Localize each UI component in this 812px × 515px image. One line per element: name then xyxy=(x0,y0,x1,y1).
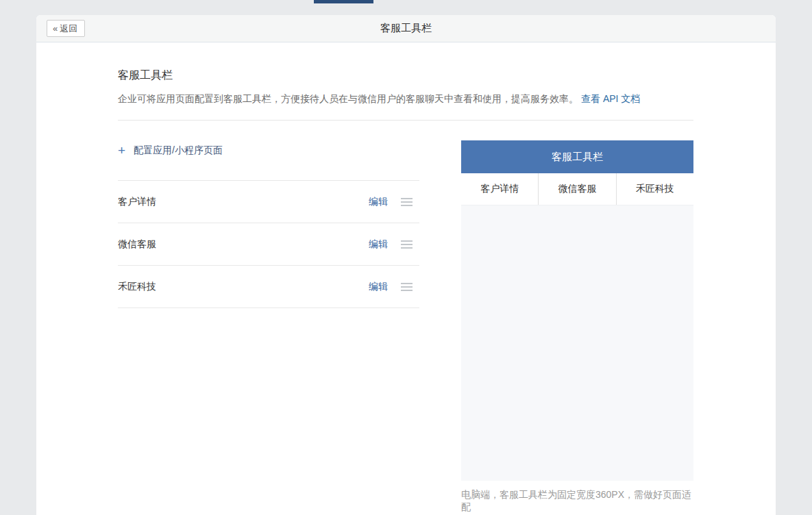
back-chevron-icon: « xyxy=(53,23,58,34)
edit-link[interactable]: 编辑 xyxy=(369,281,388,293)
edit-link[interactable]: 编辑 xyxy=(369,238,388,251)
toolbar-preview: 客服工具栏 客户详情 微信客服 禾匠科技 xyxy=(461,140,693,481)
add-page-label: 配置应用/小程序页面 xyxy=(134,145,223,157)
config-list: + 配置应用/小程序页面 客户详情 编辑 微信客服 编辑 禾匠科技 编辑 xyxy=(118,121,419,514)
list-item-name: 禾匠科技 xyxy=(118,281,369,293)
column-gap xyxy=(419,121,461,514)
preview-body xyxy=(461,205,693,481)
back-button[interactable]: « 返回 xyxy=(47,20,85,37)
preview-tab-bar: 客户详情 微信客服 禾匠科技 xyxy=(461,173,693,205)
page-content: 客服工具栏 企业可将应用页面配置到客服工具栏，方便接待人员在与微信用户的客服聊天… xyxy=(36,42,776,514)
page-title: 客服工具栏 xyxy=(118,68,730,83)
preview-tab[interactable]: 客户详情 xyxy=(461,173,538,205)
list-item: 微信客服 编辑 xyxy=(118,223,419,266)
preview-footnote: 电脑端，客服工具栏为固定宽度360PX，需做好页面适配 xyxy=(461,489,693,514)
back-button-label: 返回 xyxy=(60,23,77,35)
list-item-name: 微信客服 xyxy=(118,238,369,251)
edit-link[interactable]: 编辑 xyxy=(369,196,388,208)
add-page-button[interactable]: + 配置应用/小程序页面 xyxy=(118,121,419,181)
description-text: 企业可将应用页面配置到客服工具栏，方便接待人员在与微信用户的客服聊天中查看和使用… xyxy=(118,93,578,104)
header-title: 客服工具栏 xyxy=(36,15,776,42)
page-header: « 返回 客服工具栏 xyxy=(36,15,776,42)
preview-tab[interactable]: 微信客服 xyxy=(538,173,615,205)
preview-tab[interactable]: 禾匠科技 xyxy=(616,173,693,205)
plus-icon: + xyxy=(118,144,125,157)
api-doc-link[interactable]: 查看 API 文档 xyxy=(581,93,640,104)
list-item-name: 客户详情 xyxy=(118,196,369,208)
browser-tab-strip xyxy=(314,0,373,3)
list-item: 客户详情 编辑 xyxy=(118,181,419,223)
preview-column: 客服工具栏 客户详情 微信客服 禾匠科技 电脑端，客服工具栏为固定宽度360PX… xyxy=(461,140,693,514)
main-panel: « 返回 客服工具栏 客服工具栏 企业可将应用页面配置到客服工具栏，方便接待人员… xyxy=(36,15,776,515)
preview-header: 客服工具栏 xyxy=(461,140,693,173)
content-columns: + 配置应用/小程序页面 客户详情 编辑 微信客服 编辑 禾匠科技 编辑 xyxy=(118,121,693,514)
drag-handle-icon[interactable] xyxy=(401,198,413,206)
drag-handle-icon[interactable] xyxy=(401,240,413,249)
page-description: 企业可将应用页面配置到客服工具栏，方便接待人员在与微信用户的客服聊天中查看和使用… xyxy=(118,92,730,105)
list-item: 禾匠科技 编辑 xyxy=(118,266,419,308)
drag-handle-icon[interactable] xyxy=(401,283,413,291)
